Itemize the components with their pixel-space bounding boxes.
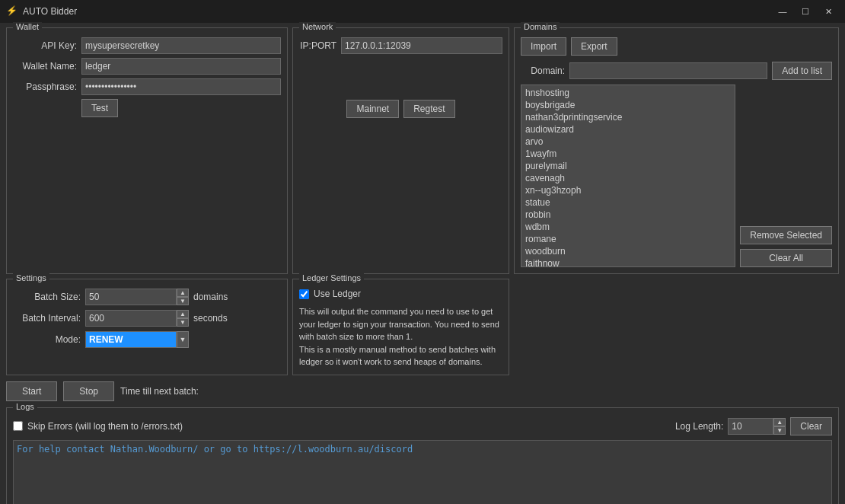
remove-selected-button[interactable]: Remove Selected: [740, 226, 832, 244]
batch-size-spin-btns: ▲ ▼: [177, 289, 189, 305]
bottom-btn-row: Start Stop Time till next batch:: [6, 380, 839, 403]
list-item[interactable]: arvo: [523, 136, 733, 148]
batch-interval-row: Batch Interval: ▲ ▼ seconds: [13, 310, 281, 327]
log-length-label: Log Length:: [675, 421, 723, 432]
list-item[interactable]: nathan3dprintingservice: [523, 111, 733, 123]
batch-interval-down-button[interactable]: ▼: [177, 318, 189, 327]
use-ledger-row: Use Ledger: [299, 289, 502, 299]
passphrase-label: Passphrase:: [13, 81, 81, 92]
list-item[interactable]: cavenagh: [523, 172, 733, 184]
passphrase-input[interactable]: [81, 78, 281, 95]
list-item[interactable]: romane: [523, 233, 733, 245]
domains-panel: Domains Import Export Domain: Add to lis…: [514, 27, 839, 274]
list-item[interactable]: hnshosting: [523, 87, 733, 99]
api-key-input[interactable]: [81, 37, 281, 54]
second-row: Settings Batch Size: ▲ ▼ domains Batch I…: [6, 279, 839, 375]
domain-input[interactable]: [569, 62, 767, 79]
export-button[interactable]: Export: [571, 37, 617, 56]
main-content: Wallet API Key: Wallet Name: Passphrase:…: [0, 23, 845, 504]
domains-content: hnshostingboysbrigadenathan3dprintingser…: [521, 85, 832, 267]
batch-interval-unit: seconds: [193, 313, 228, 324]
title-bar: ⚡ AUTO Bidder — ☐ ✕: [0, 0, 845, 23]
batch-size-label: Batch Size:: [13, 292, 85, 302]
network-btn-row: Mainnet Regtest: [299, 100, 502, 118]
use-ledger-label: Use Ledger: [314, 289, 361, 299]
mainnet-button[interactable]: Mainnet: [346, 100, 399, 118]
settings-panel: Settings Batch Size: ▲ ▼ domains Batch I…: [6, 279, 288, 375]
list-item[interactable]: 1wayfm: [523, 148, 733, 160]
logs-panel: Logs Skip Errors (will log them to /erro…: [6, 407, 839, 505]
logs-top-row: Skip Errors (will log them to /errors.tx…: [13, 417, 832, 435]
domain-list[interactable]: hnshostingboysbrigadenathan3dprintingser…: [521, 85, 735, 267]
mode-label: Mode:: [13, 334, 85, 345]
top-row: Wallet API Key: Wallet Name: Passphrase:…: [6, 27, 839, 274]
clear-log-button[interactable]: Clear: [790, 417, 832, 435]
batch-interval-input[interactable]: [85, 310, 177, 327]
title-bar-left: ⚡ AUTO Bidder: [6, 5, 77, 18]
log-length-up-button[interactable]: ▲: [773, 418, 786, 426]
domain-action-btns: Remove Selected Clear All: [740, 85, 832, 267]
use-ledger-checkbox[interactable]: [299, 289, 309, 299]
batch-interval-spinner: ▲ ▼: [85, 310, 189, 327]
batch-size-input[interactable]: [85, 289, 177, 305]
batch-size-up-button[interactable]: ▲: [177, 289, 189, 297]
list-item[interactable]: audiowizard: [523, 123, 733, 136]
log-length-input[interactable]: [728, 418, 773, 435]
list-item[interactable]: wdbm: [523, 221, 733, 233]
import-button[interactable]: Import: [521, 37, 566, 56]
batch-interval-up-button[interactable]: ▲: [177, 310, 189, 318]
log-length-down-button[interactable]: ▼: [773, 426, 786, 435]
wallet-name-input[interactable]: [81, 58, 281, 75]
domains-top-btns: Import Export: [521, 37, 832, 56]
batch-size-row: Batch Size: ▲ ▼ domains: [13, 289, 281, 305]
batch-size-down-button[interactable]: ▼: [177, 297, 189, 305]
batch-size-spinner: ▲ ▼: [85, 289, 189, 305]
skip-errors-checkbox[interactable]: [13, 421, 23, 431]
title-bar-controls: — ☐ ✕: [772, 4, 839, 19]
wallet-panel: Wallet API Key: Wallet Name: Passphrase:…: [6, 27, 288, 274]
batch-size-unit: domains: [193, 292, 228, 302]
start-button[interactable]: Start: [6, 381, 57, 401]
ip-port-input[interactable]: [341, 37, 502, 54]
skip-errors-row: Skip Errors (will log them to /errors.tx…: [13, 421, 183, 432]
wallet-panel-title: Wallet: [13, 22, 42, 31]
minimize-button[interactable]: —: [772, 4, 793, 19]
mode-dropdown-arrow[interactable]: ▼: [177, 331, 189, 348]
ledger-description: This will output the command you need to…: [299, 305, 502, 368]
maximize-button[interactable]: ☐: [795, 4, 816, 19]
clear-all-button[interactable]: Clear All: [740, 249, 832, 267]
title-bar-title: AUTO Bidder: [23, 6, 77, 17]
list-item[interactable]: woodburn: [523, 245, 733, 257]
time-label: Time till next batch:: [120, 386, 199, 397]
domain-label: Domain:: [521, 65, 565, 76]
list-item[interactable]: faithnow: [523, 257, 733, 267]
test-button[interactable]: Test: [81, 99, 118, 117]
stop-button[interactable]: Stop: [63, 381, 114, 401]
ip-port-row: IP:PORT: [299, 37, 502, 54]
app-icon: ⚡: [6, 5, 18, 18]
test-btn-row: Test: [13, 99, 281, 117]
skip-errors-label: Skip Errors (will log them to /errors.tx…: [27, 421, 183, 432]
api-key-row: API Key:: [13, 37, 281, 54]
list-item[interactable]: boysbrigade: [523, 99, 733, 111]
ip-port-label: IP:PORT: [299, 40, 341, 51]
list-item[interactable]: xn--ug3hzoph: [523, 184, 733, 196]
ledger-panel-title: Ledger Settings: [299, 273, 364, 282]
api-key-label: API Key:: [13, 40, 81, 51]
wallet-name-row: Wallet Name:: [13, 58, 281, 75]
wallet-name-label: Wallet Name:: [13, 61, 81, 72]
mode-select-wrapper: ▼: [85, 331, 189, 348]
list-item[interactable]: statue: [523, 196, 733, 209]
batch-interval-label: Batch Interval:: [13, 313, 85, 324]
regtest-button[interactable]: Regtest: [403, 100, 454, 118]
mode-input[interactable]: [85, 331, 177, 348]
batch-interval-spin-btns: ▲ ▼: [177, 310, 189, 327]
network-panel-title: Network: [299, 22, 336, 31]
close-button[interactable]: ✕: [818, 4, 839, 19]
mode-row: Mode: ▼: [13, 331, 281, 348]
list-item[interactable]: purelymail: [523, 160, 733, 172]
log-textarea[interactable]: [13, 440, 832, 505]
list-item[interactable]: robbin: [523, 209, 733, 221]
passphrase-row: Passphrase:: [13, 78, 281, 95]
add-to-list-button[interactable]: Add to list: [772, 62, 832, 80]
